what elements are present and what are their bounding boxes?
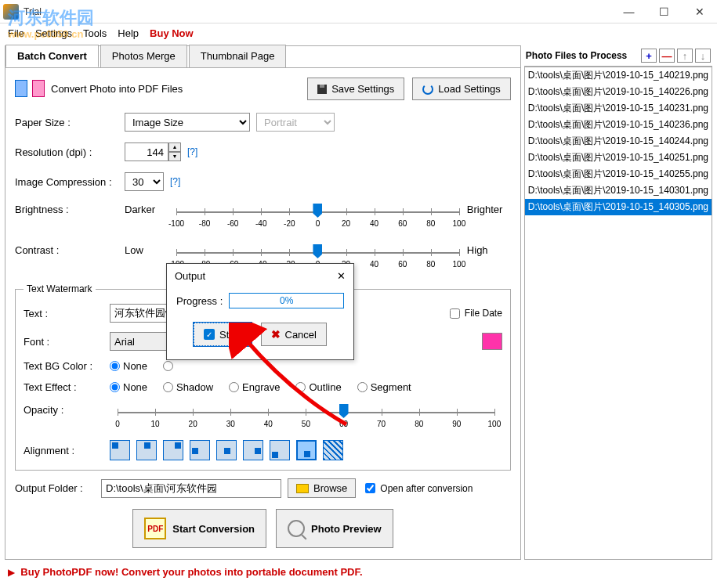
effect-none[interactable]: None [110,381,147,393]
list-item[interactable]: D:\tools\桌面\图片\2019-10-15_140231.png [525,100,712,117]
tab-batch-convert[interactable]: Batch Convert [5,45,99,67]
watermark-legend: Text Watermark [24,283,96,294]
output-folder-label: Output Folder : [15,482,101,494]
compression-select[interactable]: 30 [125,172,164,191]
footer-text[interactable]: Buy PhotoPDF now! Convert your photos in… [20,566,362,578]
resolution-help[interactable]: [?] [187,146,197,157]
browse-button[interactable]: Browse [288,478,356,498]
brightness-left: Darker [125,202,168,215]
save-settings-button[interactable]: Save Settings [307,78,404,100]
list-item[interactable]: D:\tools\桌面\图片\2019-10-15_140255.png [525,166,712,182]
list-item[interactable]: D:\tools\桌面\图片\2019-10-15_140219.png [525,67,712,84]
convert-icon [15,78,45,100]
titlebar: Trial — ☐ ✕ [0,0,717,23]
tab-photos-merge[interactable]: Photos Merge [100,45,187,67]
window-title: Trial [24,6,42,17]
wm-font-label: Font : [24,336,110,348]
minimize-button[interactable]: — [611,0,646,23]
resolution-down[interactable]: ▼ [168,152,181,161]
wm-bg-label: Text BG Color : [24,360,110,372]
wm-color-swatch[interactable] [482,333,502,350]
progress-label: Progress : [176,295,223,307]
align-tl[interactable] [110,440,130,460]
align-tc[interactable] [136,440,157,460]
menu-buynow[interactable]: Buy Now [150,27,194,39]
contrast-right: High [467,243,511,256]
add-file-button[interactable]: + [641,49,657,63]
move-down-button[interactable]: ↓ [695,49,711,63]
wm-effect-label: Text Effect : [24,381,110,393]
brightness-label: Brightness : [15,202,125,215]
alignment-label: Alignment : [24,445,110,456]
brightness-slider[interactable]: -100-80-60-40-20020406080100 [168,202,467,235]
resolution-input[interactable] [125,142,168,161]
file-list[interactable]: D:\tools\桌面\图片\2019-10-15_140219.pngD:\t… [524,67,712,560]
align-tile[interactable] [323,440,343,460]
tab-thumbnail-page[interactable]: Thumbnail Page [189,45,287,67]
effect-shadow[interactable]: Shadow [163,381,213,393]
file-date-checkbox[interactable]: File Date [450,308,502,319]
pdf-icon: PDF [144,518,166,539]
start-conversion-button[interactable]: PDF Start Conversion [132,509,266,548]
wm-bg-color[interactable] [163,361,173,371]
check-icon: ✓ [204,329,215,340]
align-bc[interactable] [296,440,317,460]
open-after-checkbox[interactable]: Open after conversion [365,483,473,494]
align-bl[interactable] [270,440,290,460]
align-mc[interactable] [216,440,237,460]
convert-label: Convert Photo into PDF Files [51,83,183,95]
list-item[interactable]: D:\tools\桌面\图片\2019-10-15_140226.png [525,84,712,100]
list-item[interactable]: D:\tools\桌面\图片\2019-10-15_140236.png [525,117,712,133]
opacity-slider[interactable]: 0102030405060708090100 [110,402,502,435]
paper-size-select[interactable]: Image Size [125,113,250,132]
align-ml[interactable] [190,440,210,460]
output-folder-input[interactable] [101,479,281,498]
menu-file[interactable]: File [8,27,24,39]
menubar: File Settings Tools Help Buy Now [0,23,717,42]
effect-segment[interactable]: Segment [357,381,411,393]
opacity-label: Opacity : [24,402,110,416]
list-item[interactable]: D:\tools\桌面\图片\2019-10-15_140305.png [525,199,712,215]
photo-preview-button[interactable]: Photo Preview [276,509,393,548]
maximize-button[interactable]: ☐ [646,0,682,23]
brightness-right: Brighter [467,202,511,215]
dialog-cancel-button[interactable]: ✖ Cancel [261,323,327,346]
footer-arrow-icon: ▶ [8,567,15,578]
remove-file-button[interactable]: — [659,49,675,63]
progress-bar: 0% [229,293,344,308]
close-button[interactable]: ✕ [682,0,717,23]
resolution-label: Resolution (dpi) : [15,146,125,158]
load-settings-button[interactable]: Load Settings [412,78,511,100]
effect-outline[interactable]: Outline [295,381,341,393]
files-title: Photo Files to Process [526,50,639,61]
resolution-up[interactable]: ▲ [168,142,181,152]
orientation-select[interactable]: Portrait [256,113,335,132]
compression-label: Image Compression : [15,176,125,188]
effect-engrave[interactable]: Engrave [229,381,280,393]
reload-icon [422,84,433,95]
magnifier-icon [288,520,305,537]
menu-tools[interactable]: Tools [83,27,107,39]
disk-icon [317,85,327,94]
list-item[interactable]: D:\tools\桌面\图片\2019-10-15_140301.png [525,182,712,199]
list-item[interactable]: D:\tools\桌面\图片\2019-10-15_140251.png [525,150,712,166]
list-item[interactable]: D:\tools\桌面\图片\2019-10-15_140244.png [525,133,712,150]
dialog-start-button[interactable]: ✓ Start [194,323,251,346]
contrast-label: Contrast : [15,243,125,256]
app-icon [3,4,19,20]
menu-help[interactable]: Help [118,27,139,39]
wm-text-label: Text : [24,308,110,319]
wm-bg-none[interactable]: None [110,360,147,372]
folder-icon [296,484,309,493]
align-mr[interactable] [243,440,263,460]
align-tr[interactable] [163,440,183,460]
contrast-left: Low [125,243,168,256]
dialog-close-button[interactable]: ✕ [337,270,346,282]
dialog-title: Output [175,270,205,282]
alignment-boxes [110,440,343,460]
compression-help[interactable]: [?] [170,176,180,187]
move-up-button[interactable]: ↑ [677,49,693,63]
menu-settings[interactable]: Settings [35,27,72,39]
x-icon: ✖ [271,328,281,341]
output-dialog: Output ✕ Progress : 0% ✓ Start ✖ Cancel [166,263,354,360]
